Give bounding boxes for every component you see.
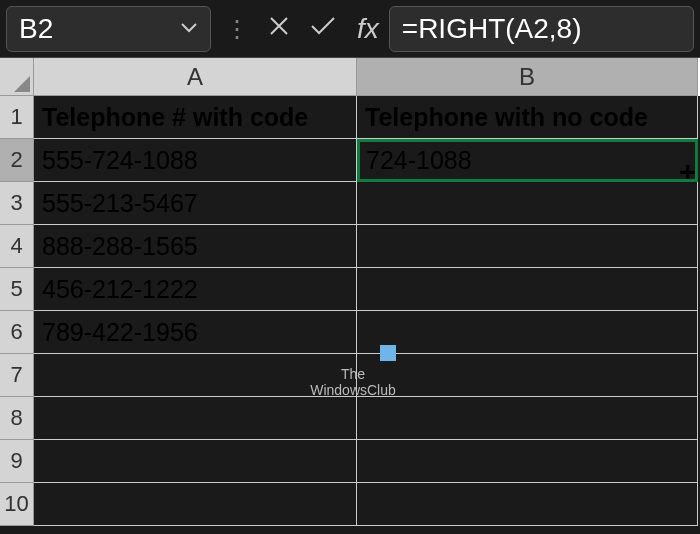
row-header-10[interactable]: 10 (0, 483, 34, 526)
fx-label[interactable]: fx (357, 13, 379, 45)
cell-b10[interactable] (357, 483, 698, 526)
column-header-a[interactable]: A (34, 58, 357, 96)
chevron-down-icon[interactable] (180, 18, 198, 39)
cell-grid: Telephone # with code Telephone with no … (34, 96, 698, 526)
cell-a4[interactable]: 888-288-1565 (34, 225, 357, 268)
row-header-1[interactable]: 1 (0, 96, 34, 139)
confirm-icon[interactable] (309, 13, 337, 45)
cell-b2-value: 724-1088 (366, 146, 472, 175)
table-row: 555-724-1088 724-1088 + (34, 139, 698, 182)
row-header-4[interactable]: 4 (0, 225, 34, 268)
corner-triangle-icon (14, 76, 30, 92)
cell-a7[interactable] (34, 354, 357, 397)
table-row: Telephone # with code Telephone with no … (34, 96, 698, 139)
cell-b6[interactable] (357, 311, 698, 354)
name-box[interactable]: B2 (6, 6, 211, 52)
cell-a6[interactable]: 789-422-1956 (34, 311, 357, 354)
table-row: 789-422-1956 (34, 311, 698, 354)
cell-b8[interactable] (357, 397, 698, 440)
table-row (34, 354, 698, 397)
table-row (34, 397, 698, 440)
table-row (34, 483, 698, 526)
cell-a5[interactable]: 456-212-1222 (34, 268, 357, 311)
row-header-3[interactable]: 3 (0, 182, 34, 225)
divider-icon: ⋮ (225, 15, 249, 43)
row-header-7[interactable]: 7 (0, 354, 34, 397)
cell-a1[interactable]: Telephone # with code (34, 96, 357, 139)
cell-a9[interactable] (34, 440, 357, 483)
table-row: 888-288-1565 (34, 225, 698, 268)
cell-b5[interactable] (357, 268, 698, 311)
row-header-5[interactable]: 5 (0, 268, 34, 311)
name-box-text: B2 (19, 13, 180, 45)
cell-a10[interactable] (34, 483, 357, 526)
column-headers: A B (34, 58, 698, 96)
cell-b3[interactable] (357, 182, 698, 225)
cell-a8[interactable] (34, 397, 357, 440)
cell-b9[interactable] (357, 440, 698, 483)
table-row: 456-212-1222 (34, 268, 698, 311)
cell-b2[interactable]: 724-1088 + (357, 139, 698, 182)
cell-b4[interactable] (357, 225, 698, 268)
row-header-9[interactable]: 9 (0, 440, 34, 483)
formula-text: =RIGHT(A2,8) (402, 13, 582, 45)
cell-a3[interactable]: 555-213-5467 (34, 182, 357, 225)
table-row (34, 440, 698, 483)
cell-b1[interactable]: Telephone with no code (357, 96, 698, 139)
column-header-b[interactable]: B (357, 58, 698, 96)
row-header-8[interactable]: 8 (0, 397, 34, 440)
cell-b7[interactable] (357, 354, 698, 397)
select-all-corner[interactable] (0, 58, 34, 96)
row-headers: 1 2 3 4 5 6 7 8 9 10 (0, 96, 34, 526)
fill-handle-icon[interactable]: + (679, 163, 698, 182)
spreadsheet-area: A B (0, 58, 700, 96)
formula-action-icons (267, 13, 337, 45)
formula-bar: B2 ⋮ fx =RIGHT(A2,8) (0, 0, 700, 58)
grid-body: 1 2 3 4 5 6 7 8 9 10 Telephone # with co… (0, 96, 700, 526)
row-header-2[interactable]: 2 (0, 139, 34, 182)
table-row: 555-213-5467 (34, 182, 698, 225)
cell-a2[interactable]: 555-724-1088 (34, 139, 357, 182)
formula-input[interactable]: =RIGHT(A2,8) (389, 6, 694, 52)
cancel-icon[interactable] (267, 13, 291, 45)
row-header-6[interactable]: 6 (0, 311, 34, 354)
